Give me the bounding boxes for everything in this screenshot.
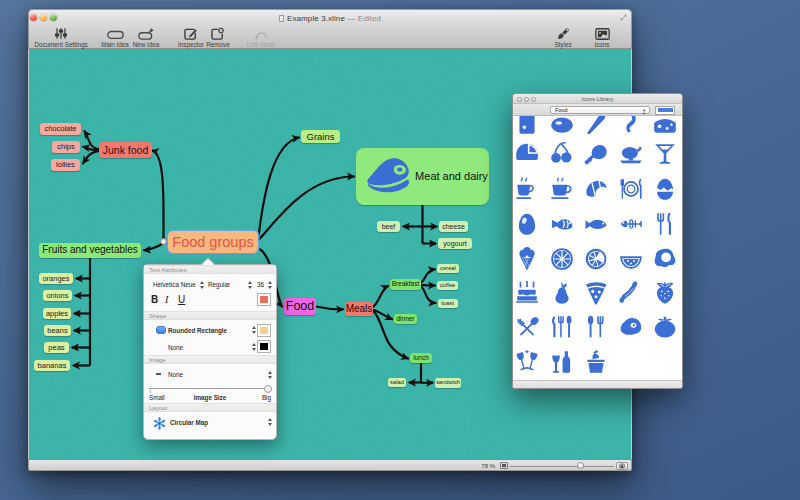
node-meat-dairy[interactable]: Meat and dairy [356, 148, 489, 205]
zoom-fit-icon[interactable] [500, 462, 508, 469]
node-oranges[interactable]: oranges [39, 273, 73, 284]
node-coffee[interactable]: coffee [437, 281, 458, 290]
wine-bottle-icon[interactable] [549, 349, 575, 375]
birthday-cake-icon[interactable] [514, 280, 540, 306]
stroke-name[interactable]: None [168, 344, 183, 351]
fried-egg-icon[interactable] [652, 246, 678, 272]
node-meals[interactable]: Meals [345, 302, 373, 316]
node-beans[interactable]: beans [44, 325, 71, 336]
egg-icon[interactable] [514, 211, 540, 237]
place-setting-icon[interactable] [618, 176, 644, 202]
steak-small-icon[interactable] [618, 314, 644, 340]
fullscreen-icon[interactable] [620, 14, 627, 21]
martini-icon[interactable] [652, 140, 678, 166]
fish-scaled-icon[interactable] [549, 211, 575, 237]
lemon-wedge-icon[interactable] [583, 246, 609, 272]
fish-icon[interactable] [583, 211, 609, 237]
fish-bones-icon[interactable] [618, 211, 644, 237]
node-onions[interactable]: onions [43, 290, 72, 301]
font-family-value[interactable]: Helvetica Neue [153, 281, 196, 288]
citrus-slice-icon[interactable] [549, 246, 575, 272]
sausage-icon[interactable] [618, 280, 644, 306]
node-label: Food groups [172, 235, 253, 250]
spoon-fork-icon[interactable] [583, 314, 609, 340]
zoom-slider-thumb[interactable] [577, 462, 584, 469]
icon-color-fill [658, 108, 673, 112]
pear-icon[interactable] [549, 280, 575, 306]
node-salad[interactable]: salad [388, 378, 406, 387]
image-stepper[interactable] [268, 371, 273, 379]
node-bananas[interactable]: bananas [34, 360, 70, 371]
font-style-stepper[interactable] [248, 281, 253, 289]
stroke-color-well[interactable] [257, 340, 271, 353]
node-peas[interactable]: peas [44, 342, 69, 353]
croissant-icon[interactable] [583, 176, 609, 202]
watermelon-icon[interactable] [618, 246, 644, 272]
text-color-well[interactable] [257, 293, 271, 306]
cutlery-trio-icon[interactable] [549, 314, 575, 340]
layout-stepper[interactable] [268, 418, 273, 426]
pizza-icon[interactable] [583, 280, 609, 306]
cheese-slice-icon[interactable] [652, 116, 678, 136]
fork-knife-icon[interactable] [652, 211, 678, 237]
layout-name[interactable]: Circular Map [170, 419, 208, 426]
node-food[interactable]: Food [284, 298, 316, 315]
crossed-utensils-icon[interactable] [514, 314, 540, 340]
bread-slice-icon[interactable] [514, 116, 540, 136]
node-dinner[interactable]: dinner [394, 314, 417, 324]
node-grains[interactable]: Grains [301, 130, 340, 143]
font-size-stepper[interactable] [268, 281, 273, 289]
node-cereal[interactable]: cereal [437, 264, 459, 273]
node-beef[interactable]: beef [377, 221, 400, 232]
toolbar-button-icons[interactable]: Icons [570, 25, 634, 48]
font-style-value[interactable]: Regular [208, 281, 230, 288]
font-family-stepper[interactable] [200, 281, 205, 289]
node-breakfast[interactable]: Breakfast [390, 279, 421, 290]
icon-color-well[interactable] [655, 106, 675, 115]
ice-cream-icon[interactable] [514, 246, 540, 272]
drumstick-icon[interactable] [583, 140, 609, 166]
cheese-wedge-icon[interactable] [514, 140, 540, 166]
icons-library-titlebar[interactable]: Icons Library [513, 94, 682, 104]
zoom-slider-track[interactable] [510, 466, 614, 467]
ice-bucket-icon[interactable] [583, 349, 609, 375]
espresso-icon[interactable] [514, 176, 540, 202]
titlebar[interactable]: Example 3.xline — Edited [28, 9, 632, 24]
node-junk-food[interactable]: Junk food [99, 142, 152, 158]
node-lunch[interactable]: lunch [410, 353, 432, 363]
roast-icon[interactable] [549, 116, 575, 136]
champagne-toast-icon[interactable] [514, 349, 540, 375]
choc-egg-icon[interactable] [652, 176, 678, 202]
image-size-slider-row [144, 383, 276, 394]
strawberry-icon[interactable] [652, 280, 678, 306]
node-yogourt[interactable]: yogourt [438, 238, 472, 249]
node-sandwich[interactable]: sandwich [435, 378, 461, 388]
shape-name[interactable]: Rounded Rectangle [168, 327, 227, 334]
image-name[interactable]: None [168, 371, 183, 378]
zoom-actual-size-button[interactable] [616, 462, 628, 470]
cherries-icon[interactable] [549, 140, 575, 166]
tomato-icon[interactable] [652, 314, 678, 340]
connection-handle[interactable] [161, 239, 167, 245]
category-dropdown[interactable]: Food [550, 106, 650, 114]
node-label: apples [46, 310, 68, 318]
slider-thumb[interactable] [264, 385, 272, 393]
hook-icon[interactable] [618, 116, 644, 136]
italic-button[interactable]: I [165, 294, 168, 305]
shape-fill-well[interactable] [257, 324, 271, 337]
knife-icon[interactable] [583, 116, 609, 136]
node-cheese[interactable]: cheese [439, 221, 468, 232]
slider-track[interactable] [149, 388, 270, 389]
bold-button[interactable]: B [151, 294, 158, 305]
node-apples[interactable]: apples [43, 308, 71, 319]
node-fruits-vegetables[interactable]: Fruits and vegetables [39, 243, 141, 258]
node-chips[interactable]: chips [52, 141, 80, 153]
underline-button[interactable]: U [178, 294, 185, 305]
teacup-icon[interactable] [549, 176, 575, 202]
turkey-icon[interactable] [618, 140, 644, 166]
node-food-groups[interactable]: Food groups [168, 231, 258, 253]
node-toast[interactable]: toast [438, 299, 458, 308]
font-size-value[interactable]: 36 [257, 281, 264, 288]
node-lollies[interactable]: lollies [51, 159, 80, 171]
node-chocolate[interactable]: chocolate [40, 123, 81, 135]
